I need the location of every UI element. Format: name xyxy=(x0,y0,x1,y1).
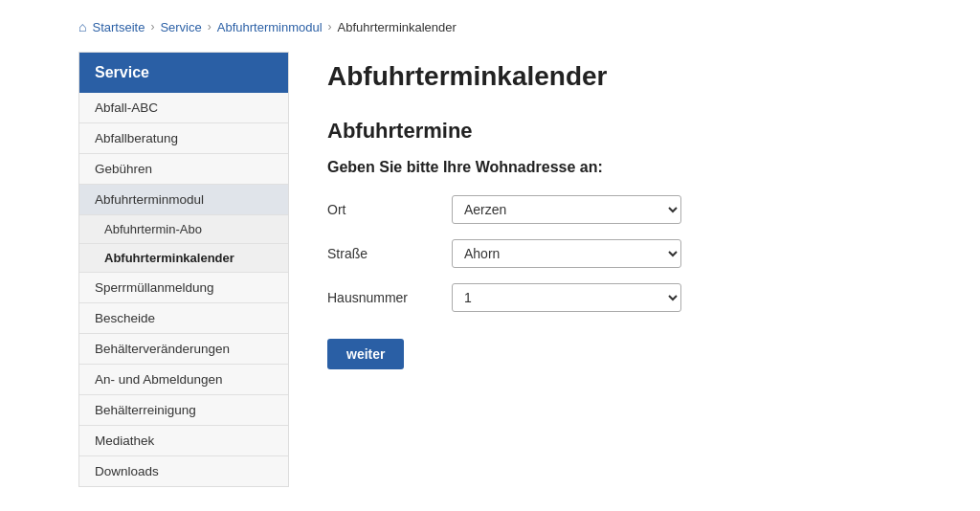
breadcrumb-service[interactable]: Service xyxy=(160,20,201,34)
strasse-form-group: Straße Ahorn xyxy=(327,239,863,268)
section-title: Abfuhrtermine xyxy=(327,119,863,144)
breadcrumb-sep-1: › xyxy=(150,20,154,33)
sidebar: Service Abfall-ABC Abfallberatung Gebühr… xyxy=(78,52,289,487)
sidebar-item-abfuhrtermin-abo[interactable]: Abfuhrtermin-Abo xyxy=(79,215,288,244)
sidebar-item-an-abmeldungen[interactable]: An- und Abmeldungen xyxy=(79,365,288,395)
hausnummer-form-group: Hausnummer 1 xyxy=(327,283,863,312)
breadcrumb-sep-2: › xyxy=(208,20,212,33)
page-title: Abfuhrterminkalender xyxy=(327,61,863,96)
sidebar-item-abfuhrterminmodul[interactable]: Abfuhrterminmodul xyxy=(79,185,288,215)
sidebar-item-gebuehren[interactable]: Gebühren xyxy=(79,154,288,185)
ort-select[interactable]: Aerzen xyxy=(452,195,681,224)
sidebar-item-bescheide[interactable]: Bescheide xyxy=(79,303,288,334)
sidebar-item-abfall-abc[interactable]: Abfall-ABC xyxy=(79,93,288,123)
home-icon: ⌂ xyxy=(78,19,86,34)
sidebar-item-mediathek[interactable]: Mediathek xyxy=(79,426,288,456)
sidebar-item-behaelterveraenderungen[interactable]: Behälterveränderungen xyxy=(79,334,288,365)
strasse-select[interactable]: Ahorn xyxy=(452,239,681,268)
sidebar-item-abfallberatung[interactable]: Abfallberatung xyxy=(79,123,288,154)
ort-label: Ort xyxy=(327,202,452,217)
sidebar-header: Service xyxy=(79,53,288,93)
hausnummer-select[interactable]: 1 xyxy=(452,283,681,312)
address-prompt: Geben Sie bitte Ihre Wohnadresse an: xyxy=(327,159,863,176)
weiter-button[interactable]: weiter xyxy=(327,339,404,369)
breadcrumb: ⌂ Startseite › Service › Abfuhrterminmod… xyxy=(78,11,902,34)
sidebar-item-sperrmuellanmeldung[interactable]: Sperrmüllanmeldung xyxy=(79,273,288,303)
breadcrumb-sep-3: › xyxy=(328,20,332,33)
breadcrumb-startseite[interactable]: Startseite xyxy=(92,20,145,34)
breadcrumb-abfuhrterminmodul[interactable]: Abfuhrterminmodul xyxy=(217,20,323,34)
strasse-label: Straße xyxy=(327,246,452,261)
hausnummer-label: Hausnummer xyxy=(327,290,452,305)
breadcrumb-current: Abfuhrterminkalender xyxy=(338,20,457,34)
sidebar-item-behaelterreinigung[interactable]: Behälterreinigung xyxy=(79,395,288,426)
main-content: Abfuhrterminkalender Abfuhrtermine Geben… xyxy=(289,52,902,379)
sidebar-item-abfuhrterminkalender[interactable]: Abfuhrterminkalender xyxy=(79,244,288,273)
ort-form-group: Ort Aerzen xyxy=(327,195,863,224)
sidebar-item-downloads[interactable]: Downloads xyxy=(79,456,288,486)
